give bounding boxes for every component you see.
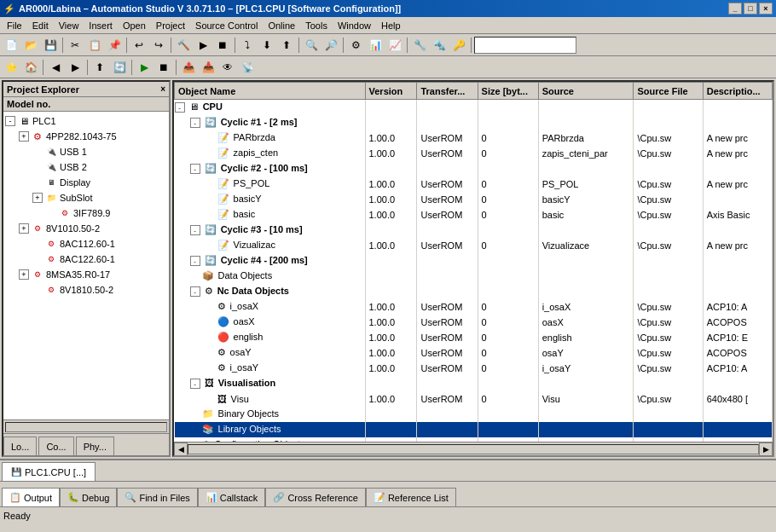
tb-extra1[interactable]: 📊	[366, 36, 385, 55]
tb2-monitor[interactable]: 📡	[238, 58, 257, 77]
col-source-file[interactable]: Source File	[634, 83, 703, 100]
content-hscroll[interactable]: ◀ ▶	[174, 442, 773, 455]
col-version[interactable]: Version	[365, 83, 417, 100]
table-row[interactable]: 📦 Data Objects	[175, 269, 773, 284]
table-row[interactable]: - 🔄 Cyclic #1 - [2 ms]	[175, 115, 773, 130]
tree-item-4pp[interactable]: + ⚙ 4PP282.1043-75	[5, 129, 167, 144]
table-row[interactable]: 📝 basicY 1.00.0UserROM0basicY\Cpu.sw	[175, 192, 773, 207]
menu-open[interactable]: Open	[118, 19, 151, 32]
table-row[interactable]: - 🖼 Visualisation	[175, 376, 773, 391]
tb-copy[interactable]: 📋	[85, 36, 104, 55]
table-row[interactable]: 📚 Library Objects	[175, 422, 773, 437]
toolbar-search-input[interactable]	[474, 37, 576, 54]
explorer-hscroll[interactable]	[3, 419, 169, 433]
tb2-online[interactable]: ▶	[135, 58, 153, 77]
restore-button[interactable]: □	[744, 3, 757, 14]
table-row[interactable]: - ⚙ Nc Data Objects	[175, 284, 773, 299]
menu-project[interactable]: Project	[151, 19, 190, 32]
tb-new[interactable]: 📄	[2, 36, 20, 55]
table-row[interactable]: - 🖥 CPU	[175, 100, 773, 115]
expand-4pp[interactable]: +	[19, 131, 29, 142]
output-tab-output[interactable]: 📋 Output	[2, 488, 60, 506]
menu-source-control[interactable]: Source Control	[190, 19, 263, 32]
col-description[interactable]: Descriptio...	[703, 83, 772, 100]
tb-find[interactable]: 🔎	[321, 36, 340, 55]
tb2-up[interactable]: ⬆	[90, 58, 109, 77]
file-tab-plc1cpu[interactable]: 💾 PLC1.CPU [...]	[2, 462, 96, 481]
menu-help[interactable]: Help	[376, 19, 406, 32]
tb-extra5[interactable]: 🔑	[449, 36, 468, 55]
tb-extra3[interactable]: 🔧	[410, 36, 429, 55]
explorer-close-icon[interactable]: ×	[160, 84, 165, 94]
tb-paste[interactable]: 📌	[105, 36, 124, 55]
tb2-btn1[interactable]: ⭐	[2, 58, 20, 77]
tree-item-usb1[interactable]: 🔌 USB 1	[5, 144, 167, 159]
tree-item-8ac122[interactable]: ⚙ 8AC122.60-1	[5, 252, 167, 267]
output-tab-reflist[interactable]: 📝 Reference List	[366, 488, 456, 506]
minimize-button[interactable]: _	[728, 3, 742, 14]
expand-plc1[interactable]: -	[5, 116, 15, 126]
tb-open[interactable]: 📂	[21, 36, 40, 55]
tb-build[interactable]: 🔨	[174, 36, 193, 55]
table-row[interactable]: 📝 Vizualizac 1.00.0UserROM0Vizualizace\C…	[175, 238, 773, 253]
table-row[interactable]: 🖼 Visu 1.00.0UserROM0Visu\Cpu.sw640x480 …	[175, 391, 773, 407]
tree-item-plc1[interactable]: - 🖥 PLC1	[5, 113, 167, 129]
expand-8msa35[interactable]: +	[19, 269, 29, 280]
table-row[interactable]: - 🔄 Cyclic #4 - [200 ms]	[175, 253, 773, 269]
expand-8v1010[interactable]: +	[19, 223, 29, 234]
table-row[interactable]: ⚙ i_osaY 1.00.0UserROM0i_osaY\Cpu.swACP1…	[175, 361, 773, 376]
col-transfer[interactable]: Transfer...	[417, 83, 478, 100]
table-row[interactable]: 📝 PS_POL 1.00.0UserROM0PS_POL\Cpu.swA ne…	[175, 176, 773, 192]
menu-file[interactable]: File	[2, 19, 27, 32]
menu-tools[interactable]: Tools	[300, 19, 333, 32]
output-tab-callstack[interactable]: 📊 Callstack	[198, 488, 266, 506]
tb-step-out[interactable]: ⬆	[277, 36, 296, 55]
tb-extra2[interactable]: 📈	[385, 36, 404, 55]
tb2-forward[interactable]: ▶	[66, 58, 84, 77]
output-tab-debug[interactable]: 🐛 Debug	[60, 488, 117, 506]
hscroll-left[interactable]: ◀	[174, 442, 188, 456]
menu-window[interactable]: Window	[333, 19, 376, 32]
tb-search[interactable]: 🔍	[302, 36, 321, 55]
table-row[interactable]: 🔴 english 1.00.0UserROM0english\Cpu.swAC…	[175, 330, 773, 345]
tb2-receive[interactable]: 📥	[199, 58, 217, 77]
output-tab-crossref[interactable]: 🔗 Cross Reference	[265, 488, 366, 506]
tb2-refresh[interactable]: 🔄	[110, 58, 129, 77]
tree-item-8ac112[interactable]: ⚙ 8AC112.60-1	[5, 236, 167, 252]
table-row[interactable]: - 🔄 Cyclic #2 - [100 ms]	[175, 161, 773, 176]
tb2-disconnect[interactable]: ⏹	[154, 58, 173, 77]
table-row[interactable]: 📝 PARbrzda 1.00.0UserROM0PARbrzda\Cpu.sw…	[175, 130, 773, 146]
output-tab-find[interactable]: 🔍 Find in Files	[117, 488, 197, 506]
tb-extra4[interactable]: 🔩	[430, 36, 449, 55]
tb-step-over[interactable]: ⤵	[238, 36, 257, 55]
menu-online[interactable]: Online	[263, 19, 300, 32]
expand-subslot[interactable]: +	[32, 193, 43, 203]
tb-debug[interactable]: ▶	[194, 36, 212, 55]
table-row[interactable]: ⚙ i_osaX 1.00.0UserROM0i_osaX\Cpu.swACP1…	[175, 299, 773, 315]
tree-item-usb2[interactable]: 🔌 USB 2	[5, 159, 167, 175]
tb-step-into[interactable]: ⬇	[258, 36, 276, 55]
menu-insert[interactable]: Insert	[84, 19, 118, 32]
tree-item-8msa35[interactable]: + ⚙ 8MSA35.R0-17	[5, 267, 167, 282]
table-row[interactable]: 📁 Binary Objects	[175, 407, 773, 422]
tree-item-8v1010[interactable]: + ⚙ 8V1010.50-2	[5, 221, 167, 236]
tree-item-display[interactable]: 🖥 Display	[5, 175, 167, 190]
tb-save[interactable]: 💾	[41, 36, 60, 55]
tb-undo[interactable]: ↩	[130, 36, 148, 55]
hscroll-right[interactable]: ▶	[759, 442, 773, 456]
tree-item-3if789[interactable]: ⚙ 3IF789.9	[5, 205, 167, 221]
tree-item-subslot[interactable]: + 📁 SubSlot	[5, 190, 167, 205]
col-source[interactable]: Source	[538, 83, 634, 100]
tb-settings[interactable]: ⚙	[346, 36, 365, 55]
menu-view[interactable]: View	[54, 19, 84, 32]
col-size[interactable]: Size [byt...	[478, 83, 538, 100]
tree-item-8v1810[interactable]: ⚙ 8V1810.50-2	[5, 282, 167, 298]
tab-phy[interactable]: Phy...	[76, 437, 114, 455]
table-row[interactable]: 📝 zapis_cten 1.00.0UserROM0zapis_cteni_p…	[175, 146, 773, 161]
table-row[interactable]: - 🔄 Cyclic #3 - [10 ms]	[175, 223, 773, 238]
menu-edit[interactable]: Edit	[27, 19, 54, 32]
tb2-transfer[interactable]: 📤	[179, 58, 198, 77]
tb2-btn2[interactable]: 🏠	[21, 58, 40, 77]
tb-cut[interactable]: ✂	[66, 36, 84, 55]
tb-redo[interactable]: ↪	[149, 36, 168, 55]
